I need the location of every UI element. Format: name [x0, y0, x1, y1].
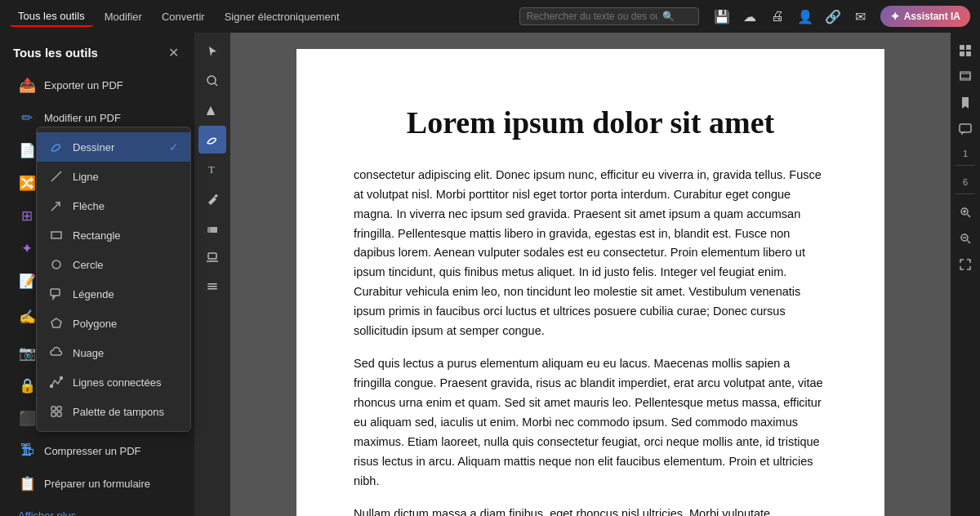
svg-rect-21	[57, 412, 61, 416]
palette-tampons-icon	[48, 403, 65, 420]
menu-item-nuage-label: Nuage	[73, 347, 104, 359]
svg-rect-23	[966, 45, 971, 50]
menu-item-lignes-connectees[interactable]: Lignes connectées	[37, 367, 190, 397]
svg-rect-7	[207, 283, 217, 285]
comments-button[interactable]	[954, 118, 977, 140]
right-sidebar: 1 6	[951, 33, 980, 516]
svg-rect-5	[208, 253, 216, 259]
create-icon: 📄	[18, 141, 36, 159]
svg-marker-15	[51, 318, 61, 327]
pdf-paragraph-2: Sed quis lectus a purus elementum aliqua…	[354, 354, 827, 491]
menu-item-nuage[interactable]: Nuage	[37, 338, 190, 367]
svg-rect-26	[960, 73, 970, 80]
eraser-tool-button[interactable]	[198, 214, 226, 242]
ai-icon: ✦	[890, 10, 900, 23]
menu-item-polygone[interactable]: Polygone	[37, 309, 190, 338]
save-icon-btn[interactable]: 💾	[710, 5, 733, 28]
nav-item-signer[interactable]: Signer électroniquement	[216, 7, 348, 26]
sidebar-header: Tous les outils ✕	[0, 33, 194, 69]
fit-page-button[interactable]	[954, 253, 977, 276]
share-icon-btn[interactable]: 👤	[794, 5, 817, 28]
rectangle-icon	[48, 227, 65, 243]
svg-point-0	[207, 76, 216, 84]
sidebar-item-compresser[interactable]: 🗜 Compresser un PDF	[5, 434, 189, 467]
text-tool-button[interactable]: T	[198, 155, 226, 183]
sidebar-item-formulaire[interactable]: 📋 Préparer un formulaire	[5, 467, 189, 500]
pdf-area[interactable]: Lorem ipsum dolor sit amet consectetur a…	[230, 33, 951, 516]
menu-item-rectangle-label: Rectangle	[73, 229, 121, 242]
menu-item-rectangle[interactable]: Rectangle	[37, 220, 190, 250]
pdf-page: Lorem ipsum dolor sit amet consectetur a…	[296, 49, 884, 516]
svg-rect-8	[207, 286, 217, 287]
svg-rect-4	[211, 227, 217, 233]
menu-item-polygone-label: Polygone	[73, 318, 117, 330]
svg-point-16	[51, 385, 53, 388]
zoom-in-button[interactable]	[954, 201, 977, 224]
check-icon: ✓	[169, 140, 179, 153]
search-icon: 🔍	[662, 11, 675, 22]
stamp-tool-button[interactable]	[198, 243, 226, 271]
bookmarks-button[interactable]	[954, 91, 977, 114]
svg-line-10	[51, 171, 61, 181]
menu-item-palette-tampons-label: Palette de tampons	[73, 406, 164, 418]
upload-icon-btn[interactable]: ☁	[738, 5, 761, 28]
sidebar-item-modifier-label: Modifier un PDF	[44, 112, 121, 124]
search-input[interactable]	[527, 11, 657, 22]
svg-rect-14	[51, 289, 60, 296]
menu-item-dessiner-label: Dessiner	[73, 141, 114, 153]
link-icon-btn[interactable]: 🔗	[822, 5, 844, 28]
show-more-button[interactable]: Afficher plus	[5, 503, 189, 516]
nav-item-tous-les-outils[interactable]: Tous les outils	[10, 7, 93, 27]
svg-line-11	[51, 202, 60, 211]
menu-item-legende[interactable]: Légende	[37, 279, 190, 309]
svg-rect-27	[960, 72, 970, 78]
svg-rect-9	[207, 288, 217, 290]
vertical-toolbar: T	[194, 33, 230, 516]
svg-rect-12	[51, 232, 61, 238]
draw-tool-button[interactable]	[198, 126, 226, 153]
print-icon-btn[interactable]: 🖨	[766, 5, 789, 28]
dessiner-icon	[48, 139, 65, 155]
zoom-tool-button[interactable]	[198, 67, 226, 95]
email-icon-btn[interactable]: ✉	[849, 5, 872, 28]
menu-item-legende-label: Légende	[73, 288, 114, 300]
edit-icon: ✏	[18, 109, 36, 127]
ai-assistant-button[interactable]: ✦ Assistant IA	[880, 6, 970, 27]
select-tool-button[interactable]	[198, 38, 226, 65]
menu-item-fleche[interactable]: Flèche	[37, 191, 190, 220]
menu-item-cercle[interactable]: Cercle	[37, 250, 190, 279]
nav-item-convertir[interactable]: Convertir	[154, 7, 213, 26]
menu-item-ligne[interactable]: Ligne	[37, 162, 190, 191]
protect-icon: 🔒	[18, 376, 36, 394]
redact-icon: ⬛	[18, 409, 36, 427]
pdf-title: Lorem ipsum dolor sit amet	[354, 98, 827, 148]
menu-item-cercle-label: Cercle	[73, 259, 104, 271]
svg-rect-28	[960, 124, 971, 132]
menu-item-palette-tampons[interactable]: Palette de tampons	[37, 397, 190, 426]
top-navigation: Tous les outils Modifier Convertir Signe…	[0, 0, 980, 33]
sidebar-item-formulaire-label: Préparer un formulaire	[44, 478, 150, 490]
svg-text:T: T	[208, 163, 215, 176]
menu-item-dessiner[interactable]: Dessiner ✓	[37, 132, 190, 162]
divider-2	[956, 194, 975, 194]
close-sidebar-button[interactable]: ✕	[165, 44, 181, 60]
thumbnails-button[interactable]	[954, 39, 977, 62]
nav-item-modifier[interactable]: Modifier	[96, 7, 150, 26]
pdf-body: consectetur adipiscing elit. Donec ipsum…	[354, 166, 827, 516]
highlight-tool-button[interactable]	[198, 96, 226, 124]
legende-icon	[48, 286, 65, 302]
svg-rect-22	[960, 45, 964, 50]
pen-tool-button[interactable]	[198, 185, 226, 212]
pdf-paragraph-3: Nullam dictum massa a diam finibus, eget…	[354, 505, 827, 516]
pdf-paragraph-1: consectetur adipiscing elit. Donec ipsum…	[354, 166, 827, 341]
svg-line-1	[215, 83, 217, 86]
zoom-out-button[interactable]	[954, 227, 977, 250]
fleche-icon	[48, 198, 65, 214]
resume-icon: 📝	[18, 272, 36, 290]
sidebar-title: Tous les outils	[13, 46, 98, 60]
layers-button[interactable]	[954, 65, 977, 88]
sidebar-item-exporter[interactable]: 📤 Exporter un PDF	[5, 69, 189, 101]
svg-rect-19	[57, 407, 61, 411]
menu-tool-button[interactable]	[198, 273, 226, 300]
search-bar[interactable]: 🔍	[519, 7, 699, 25]
